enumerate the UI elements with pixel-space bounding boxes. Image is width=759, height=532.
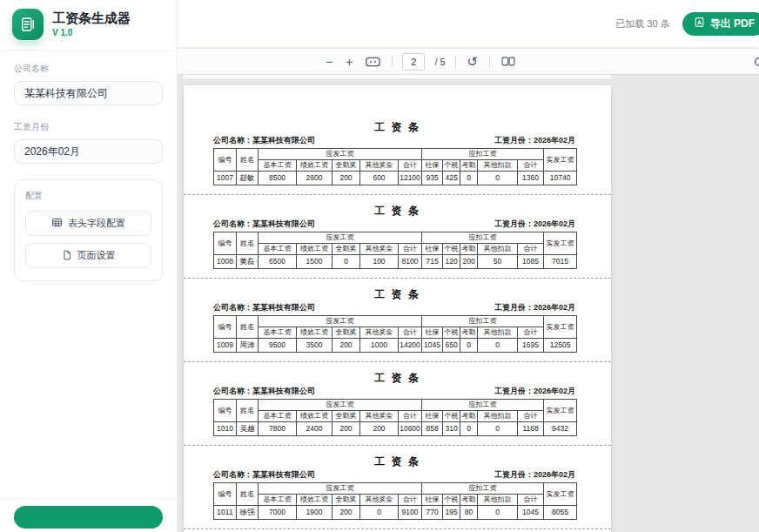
cell-deduction: 650 — [443, 339, 460, 353]
payslip-table: 编号 姓名 应发工资 应扣工资 实发工资 基本工资 绩效工资 全勤奖 其他奖金 … — [213, 315, 577, 353]
payslip: 工 资 条 公司名称：某某科技有限公司 工资月份：2026年02月 编号 姓名 … — [184, 111, 611, 195]
zoom-out-button[interactable]: − — [324, 54, 334, 70]
payslip-company: 公司名称：某某科技有限公司 — [213, 136, 315, 145]
cell-income: 8500 — [259, 172, 297, 185]
pdf-scroll-area[interactable]: 工 资 条 公司名称：某某科技有限公司 工资月份：2026年02月 编号 姓名 … — [178, 75, 759, 532]
col-header: 其他奖金 — [360, 411, 399, 422]
sidebar-body: 公司名称 工资月份 配置 表 — [0, 51, 177, 498]
col-header: 全勤奖 — [332, 495, 360, 506]
company-name-input[interactable] — [14, 81, 163, 105]
app-window: 工资条生成器 V 1.0 公司名称 工资月份 配置 — [0, 0, 759, 532]
col-header: 其他扣款 — [478, 327, 518, 339]
two-page-view-button[interactable] — [500, 54, 517, 69]
config-card: 配置 表头字段配置 — [14, 179, 163, 281]
col-header-id: 编号 — [214, 400, 237, 422]
page-file-icon — [62, 250, 72, 262]
col-header-id: 编号 — [214, 232, 237, 255]
payslip-company: 公司名称：某某科技有限公司 — [213, 303, 315, 312]
cell-income: 6500 — [259, 255, 297, 269]
fit-width-button[interactable] — [364, 55, 382, 69]
payslip-title: 工 资 条 — [184, 122, 611, 132]
col-header: 个税 — [443, 244, 460, 255]
group-header-deduction: 应扣工资 — [422, 316, 544, 327]
col-header: 合计 — [399, 244, 422, 255]
cell-deduction: 0 — [460, 172, 478, 185]
col-header: 基本工资 — [259, 244, 297, 255]
cell-income: 7000 — [259, 506, 297, 520]
cell-income: 7800 — [259, 422, 297, 436]
header-fields-config-button[interactable]: 表头字段配置 — [25, 211, 151, 236]
group-header-income: 应发工资 — [259, 149, 422, 160]
payslip-title: 工 资 条 — [184, 205, 611, 216]
col-header-name: 姓名 — [237, 232, 259, 255]
app-title-block: 工资条生成器 V 1.0 — [52, 11, 131, 37]
col-header: 社保 — [422, 327, 443, 339]
col-header: 其他奖金 — [360, 327, 399, 339]
sidebar-footer — [0, 498, 177, 532]
zoom-in-button[interactable]: + — [344, 54, 354, 70]
cell-deduction: 0 — [478, 506, 518, 520]
col-header: 合计 — [399, 327, 422, 339]
group-header-income: 应发工资 — [259, 232, 422, 244]
table-grid-icon — [51, 217, 63, 230]
col-header: 绩效工资 — [297, 244, 332, 255]
col-header: 合计 — [518, 411, 544, 422]
search-button[interactable] — [753, 56, 759, 72]
col-header-id: 编号 — [214, 483, 237, 506]
sidebar-header: 工资条生成器 V 1.0 — [0, 0, 177, 51]
cell-deduction: 120 — [443, 255, 460, 269]
payslip-meta: 公司名称：某某科技有限公司 工资月份：2026年02月 — [213, 470, 575, 479]
col-header: 合计 — [518, 495, 544, 506]
cell-deduction: 0 — [460, 339, 478, 353]
cell-income-total: 12100 — [399, 172, 422, 185]
generate-button[interactable] — [14, 506, 163, 529]
col-header-net: 实发工资 — [544, 400, 577, 422]
col-header: 考勤 — [460, 327, 478, 339]
cell-income-total: 9100 — [399, 506, 422, 520]
payslip-meta: 公司名称：某某科技有限公司 工资月份：2026年02月 — [213, 303, 575, 312]
payslip: 工 资 条 公司名称：某某科技有限公司 工资月份：2026年02月 编号 姓名 … — [184, 195, 611, 279]
col-header: 社保 — [422, 495, 443, 506]
cell-net-pay: 10740 — [544, 172, 577, 185]
rotate-button[interactable]: ↺ — [466, 53, 480, 70]
col-header: 合计 — [399, 160, 422, 172]
page-settings-button[interactable]: 页面设置 — [25, 243, 151, 268]
cell-deduction-total: 1085 — [518, 255, 544, 269]
export-pdf-button[interactable]: 导出 PDF — [682, 12, 759, 36]
pdf-toolbar: − + / 5 ↺ — [178, 47, 759, 75]
col-header: 社保 — [422, 411, 443, 422]
cell-income: 100 — [360, 255, 399, 269]
cell-net-pay: 8055 — [544, 506, 577, 520]
cell-deduction: 80 — [460, 506, 478, 520]
col-header: 其他奖金 — [360, 244, 399, 255]
cell-deduction: 858 — [422, 422, 443, 436]
col-header: 考勤 — [460, 244, 478, 255]
col-header: 其他奖金 — [360, 495, 399, 506]
cell-deduction-total: 1360 — [518, 172, 544, 185]
cell-deduction: 0 — [478, 422, 518, 436]
page-number-input[interactable] — [402, 53, 425, 71]
cell-income: 200 — [332, 172, 360, 185]
col-header-net: 实发工资 — [544, 149, 577, 172]
payslip-title: 工 资 条 — [184, 456, 611, 467]
col-header: 其他奖金 — [360, 160, 399, 172]
header-fields-config-label: 表头字段配置 — [68, 217, 125, 230]
col-header: 社保 — [422, 160, 443, 172]
col-header: 合计 — [399, 411, 422, 422]
toolbar-divider — [489, 56, 490, 68]
cell-deduction: 425 — [443, 172, 460, 185]
col-header: 绩效工资 — [297, 327, 332, 339]
col-header-id: 编号 — [214, 149, 237, 172]
payslip-meta: 公司名称：某某科技有限公司 工资月份：2026年02月 — [213, 219, 575, 228]
col-header: 个税 — [443, 411, 460, 422]
cell-deduction-total: 1045 — [518, 506, 544, 520]
previous-page-edge — [184, 75, 611, 78]
cell-income: 0 — [360, 506, 399, 520]
cell-employee-id: 1010 — [214, 422, 237, 436]
cell-income: 3500 — [297, 339, 332, 353]
payslip-title: 工 资 条 — [184, 289, 611, 300]
cell-deduction: 935 — [422, 172, 443, 185]
salary-month-input[interactable] — [14, 139, 163, 164]
col-header: 其他扣款 — [478, 244, 518, 255]
col-header-name: 姓名 — [237, 316, 259, 339]
